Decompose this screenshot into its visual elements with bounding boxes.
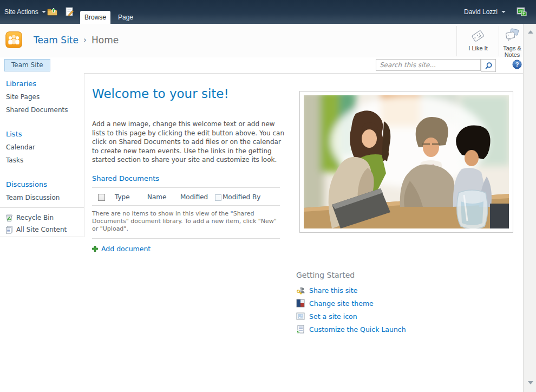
getting-started-section: Getting Started Share this site Change s…	[296, 271, 406, 338]
like-tag-icon	[470, 28, 486, 44]
breadcrumb: Team Site › Home	[34, 35, 119, 45]
add-document-row: Add document	[92, 245, 280, 253]
set-site-icon-link[interactable]: Set a site icon	[309, 312, 357, 321]
site-logo-icon[interactable]	[5, 31, 22, 48]
page-title: Welcome to your site!	[92, 87, 229, 101]
add-plus-icon	[92, 246, 98, 252]
sidebar-section-discussions: Discussions Team Discussion	[6, 164, 84, 201]
column-header-type[interactable]: Type	[115, 193, 130, 201]
add-document-link[interactable]: Add document	[101, 245, 151, 253]
set-site-icon-icon	[296, 312, 305, 321]
breadcrumb-separator: ›	[83, 35, 87, 45]
navigate-up-icon[interactable]	[47, 7, 57, 16]
sidebar-item-calendar[interactable]: Calendar	[6, 143, 84, 151]
getting-started-title: Getting Started	[296, 271, 406, 279]
customize-quick-launch-icon	[296, 325, 305, 334]
site-tab-row: Team Site ?	[0, 57, 523, 74]
getting-started-item: Set a site icon	[296, 312, 406, 321]
i-like-it-label: I Like It	[460, 45, 496, 51]
divider	[0, 207, 84, 208]
column-header-modified[interactable]: Modified	[180, 193, 208, 201]
svg-text:?: ?	[515, 61, 519, 68]
recycle-bin-icon	[5, 214, 13, 222]
getting-started-item: Change site theme	[296, 299, 406, 308]
presence-checkbox-icon	[215, 194, 221, 201]
breadcrumb-current-page: Home	[91, 35, 119, 45]
search-icon	[485, 62, 493, 70]
sidebar-section-libraries: Libraries Site Pages Shared Documents	[6, 73, 84, 114]
change-site-theme-link[interactable]: Change site theme	[309, 299, 374, 308]
shared-documents-header-row: Type Name Modified Modified By	[92, 188, 280, 206]
sidebar-item-site-pages[interactable]: Site Pages	[6, 93, 84, 101]
divider	[456, 26, 457, 56]
recycle-bin-label: Recycle Bin	[16, 214, 54, 221]
team-photo-image	[304, 95, 509, 228]
site-actions-label: Site Actions	[4, 8, 38, 16]
change-theme-icon	[296, 299, 305, 308]
breadcrumb-site-link[interactable]: Team Site	[34, 35, 79, 45]
share-this-site-link[interactable]: Share this site	[309, 286, 357, 295]
sidebar-header-libraries[interactable]: Libraries	[6, 80, 84, 88]
sidebar-item-shared-documents[interactable]: Shared Documents	[6, 106, 84, 114]
site-header: Team Site › Home I Like It	[0, 24, 523, 57]
ribbon-bar: Site Actions Browse Page David Lozzi	[0, 0, 536, 24]
sidebar-item-recycle-bin[interactable]: Recycle Bin	[5, 212, 67, 224]
sidebar-footer: Recycle Bin All Site Content	[5, 212, 67, 236]
user-name: David Lozzi	[464, 8, 498, 16]
search-button[interactable]	[481, 59, 496, 72]
all-site-content-label: All Site Content	[16, 226, 67, 233]
edit-page-icon[interactable]	[64, 7, 75, 16]
column-header-name[interactable]: Name	[147, 193, 166, 201]
sidebar-section-lists: Lists Calendar Tasks	[6, 114, 84, 164]
help-icon[interactable]: ?	[512, 60, 522, 69]
scroll-up-arrow-icon[interactable]	[528, 30, 533, 34]
sidebar-item-tasks[interactable]: Tasks	[6, 156, 84, 164]
all-site-content-icon	[5, 226, 13, 234]
select-all-checkbox[interactable]	[98, 194, 105, 201]
search-input[interactable]	[376, 59, 481, 71]
customize-quick-launch-link[interactable]: Customize the Quick Launch	[309, 325, 406, 334]
quick-launch-sidebar: Libraries Site Pages Shared Documents Li…	[0, 73, 84, 237]
tags-notes-icon	[504, 28, 520, 43]
vertical-scrollbar[interactable]	[523, 24, 536, 392]
site-actions-menu[interactable]: Site Actions	[4, 0, 46, 24]
i-like-it-button[interactable]: I Like It	[460, 27, 496, 51]
column-header-modified-by[interactable]: Modified By	[223, 193, 260, 201]
empty-list-message: There are no items to show in this view …	[92, 206, 280, 239]
sidebar-item-all-site-content[interactable]: All Site Content	[5, 224, 67, 236]
sidebar-header-discussions[interactable]: Discussions	[6, 180, 84, 188]
shared-documents-title[interactable]: Shared Documents	[92, 174, 280, 188]
sidebar-item-team-discussion[interactable]: Team Discussion	[6, 194, 84, 201]
chevron-down-icon	[501, 11, 506, 13]
share-site-icon	[296, 286, 305, 295]
welcome-photo-frame	[299, 91, 513, 233]
sharepoint-team-site-page: Site Actions Browse Page David Lozzi	[0, 0, 536, 392]
getting-started-item: Share this site	[296, 286, 406, 295]
developer-dashboard-icon[interactable]	[517, 7, 527, 16]
chevron-down-icon	[42, 11, 46, 13]
ribbon-tab-page[interactable]: Page	[110, 11, 141, 24]
ribbon-tab-browse[interactable]: Browse	[80, 11, 110, 24]
welcome-paragraph: Add a new image, change this welcome tex…	[92, 120, 285, 165]
shared-documents-webpart: Shared Documents Type Name Modified Modi…	[92, 174, 280, 253]
user-menu[interactable]: David Lozzi	[464, 0, 506, 24]
sidebar-header-lists[interactable]: Lists	[6, 130, 84, 138]
getting-started-item: Customize the Quick Launch	[296, 325, 406, 334]
scroll-down-arrow-icon[interactable]	[528, 381, 533, 384]
tab-team-site[interactable]: Team Site	[4, 59, 50, 71]
